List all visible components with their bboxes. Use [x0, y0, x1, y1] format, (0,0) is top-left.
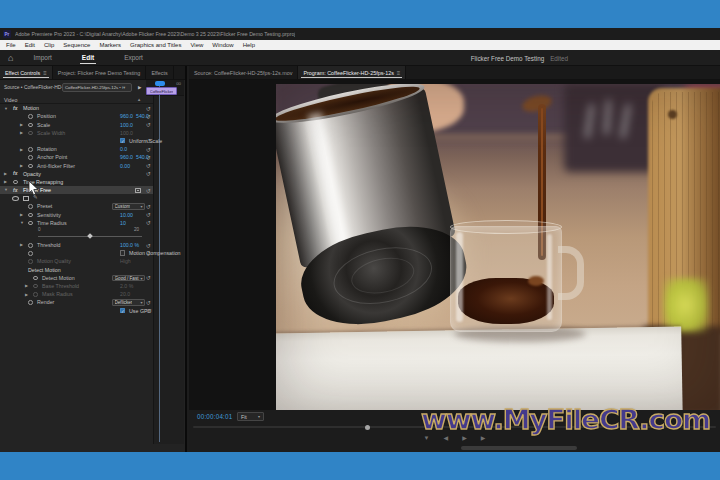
param-value[interactable]: 2.0 %: [120, 283, 133, 289]
workspace-tab-export[interactable]: Export: [122, 50, 145, 65]
param-value[interactable]: 10: [120, 220, 126, 226]
checkbox-use-gpu[interactable]: ✓: [120, 308, 125, 313]
ec-row-anti-flicker-filter[interactable]: ▶Anti-flicker Filter0.00↺: [0, 162, 153, 170]
reset-param-icon[interactable]: ↺: [146, 105, 151, 112]
effect-controls-scrollbar[interactable]: [185, 96, 187, 444]
mask-ellipse-icon[interactable]: [12, 196, 19, 201]
reset-param-icon[interactable]: ↺: [146, 242, 151, 249]
param-value[interactable]: 960.0: [120, 154, 133, 160]
stopwatch-icon[interactable]: [33, 284, 38, 289]
menu-item-window[interactable]: Window: [212, 42, 233, 48]
menu-item-edit[interactable]: Edit: [25, 42, 35, 48]
add-marker-icon[interactable]: ▼: [424, 435, 430, 441]
expander-icon[interactable]: ▼: [4, 187, 8, 192]
menu-item-markers[interactable]: Markers: [99, 42, 121, 48]
reset-param-icon[interactable]: ↺: [146, 121, 151, 128]
scroll-up-icon[interactable]: ▲: [137, 97, 141, 102]
tab-project-flicker-free-demo-testing[interactable]: Project: Flicker Free Demo Testing: [53, 66, 147, 79]
checkbox-uniform-scale[interactable]: ✓: [120, 138, 125, 143]
stopwatch-icon[interactable]: [28, 147, 33, 152]
ec-row-mask-radius[interactable]: ▶Mask Radius20.0: [0, 290, 153, 298]
ec-row-video[interactable]: Video▲: [0, 96, 153, 104]
ec-row-slider[interactable]: 020: [0, 227, 153, 241]
stopwatch-icon[interactable]: [28, 243, 33, 248]
expander-icon[interactable]: ▶: [20, 163, 23, 168]
stopwatch-icon[interactable]: [28, 221, 33, 226]
ec-row-detect-motion[interactable]: Detect Motion: [0, 266, 153, 274]
param-value[interactable]: 100.0: [120, 130, 133, 136]
reset-param-icon[interactable]: ↺: [146, 250, 151, 257]
reset-param-icon[interactable]: ↺: [146, 274, 151, 281]
ec-row-uniform-scale[interactable]: ✓Uniform Scale↺: [0, 137, 153, 145]
ec-row-scale-width[interactable]: ▶Scale Width100.0: [0, 129, 153, 137]
param-value[interactable]: 960.0: [120, 113, 133, 119]
ec-row-scale[interactable]: ▶Scale100.0↺: [0, 121, 153, 129]
checkbox-motion-compensation[interactable]: [120, 250, 125, 255]
zoom-level-dropdown[interactable]: Fit ▾: [237, 412, 264, 421]
stopwatch-icon[interactable]: [28, 213, 33, 218]
tab-effect-controls[interactable]: Effect Controls≡: [0, 66, 53, 79]
reset-param-icon[interactable]: ↺: [146, 146, 151, 153]
expander-icon[interactable]: ▶: [20, 242, 23, 247]
collapse-timeline-icon[interactable]: ▶: [138, 85, 141, 90]
expander-icon[interactable]: ▶: [4, 171, 7, 176]
reset-param-icon[interactable]: ↺: [146, 299, 151, 306]
workspace-tab-import[interactable]: Import: [31, 50, 53, 65]
tab-program-coffeeflicker-hd-25fps-12s[interactable]: Program: CoffeeFlicker-HD-25fps-12s≡: [298, 66, 406, 79]
stopwatch-icon[interactable]: [28, 131, 33, 136]
scrubber-playhead[interactable]: [365, 425, 370, 430]
expander-icon[interactable]: ▼: [4, 106, 8, 111]
stopwatch-icon[interactable]: [13, 180, 18, 185]
stopwatch-icon[interactable]: [28, 259, 33, 264]
expander-icon[interactable]: ▶: [20, 122, 23, 127]
ec-row-opacity[interactable]: ▶fxOpacity↺: [0, 170, 153, 178]
tab-source-coffeeflicker-hd-25fps-12s-mov[interactable]: Source: CoffeeFlicker-HD-25fps-12s.mov: [189, 66, 298, 79]
slider-handle[interactable]: [87, 233, 93, 239]
stopwatch-icon[interactable]: [28, 155, 33, 160]
video-frame[interactable]: [276, 84, 720, 410]
stopwatch-icon[interactable]: [33, 292, 38, 297]
dropdown-detect-motion[interactable]: Good / Fast▾: [112, 275, 145, 282]
current-timecode[interactable]: 00:00:04:01: [197, 413, 232, 420]
reset-param-icon[interactable]: ↺: [146, 137, 151, 144]
ec-row-position[interactable]: Position960.0540.0↺: [0, 112, 153, 120]
dropdown-render[interactable]: Deflicker▾: [112, 299, 145, 306]
reset-param-icon[interactable]: ↺: [146, 307, 151, 314]
expander-icon[interactable]: ▼: [20, 220, 24, 225]
expander-icon[interactable]: ▶: [20, 130, 23, 135]
ec-row-masks[interactable]: ✎: [0, 194, 153, 202]
ec-row-motion-compensation[interactable]: Motion Compensation↺: [0, 249, 153, 257]
reset-param-icon[interactable]: ↺: [146, 162, 151, 169]
ec-row-detect-motion[interactable]: Detect MotionGood / Fast▾↺: [0, 274, 153, 282]
expander-icon[interactable]: ▶: [25, 283, 28, 288]
param-value[interactable]: 0.0: [120, 146, 127, 152]
playhead-marker[interactable]: [155, 81, 165, 86]
expander-icon[interactable]: ▶: [20, 212, 23, 217]
reset-param-icon[interactable]: ↺: [146, 203, 151, 210]
menu-item-file[interactable]: File: [6, 42, 16, 48]
menu-item-help[interactable]: Help: [243, 42, 255, 48]
stopwatch-icon[interactable]: [28, 123, 33, 128]
param-value[interactable]: 100.0 %: [120, 242, 139, 248]
ec-row-threshold[interactable]: ▶Threshold100.0 %↺: [0, 241, 153, 249]
panel-menu-icon[interactable]: ≡: [43, 70, 47, 76]
mini-timeline-lane[interactable]: [153, 96, 184, 444]
stopwatch-icon[interactable]: [28, 251, 33, 256]
ec-row-motion-quality[interactable]: Motion QualityHigh: [0, 257, 153, 265]
program-hscrollbar[interactable]: [189, 446, 720, 450]
ec-row-sensitivity[interactable]: ▶Sensitivity10.00↺: [0, 211, 153, 219]
tab-effects[interactable]: Effects: [146, 66, 173, 79]
panel-menu-icon[interactable]: ≡: [397, 70, 401, 76]
menu-item-graphics-and-titles[interactable]: Graphics and Titles: [130, 42, 181, 48]
ec-row-use-gpu[interactable]: ✓Use GPU↺: [0, 307, 153, 315]
reset-param-icon[interactable]: ↺: [146, 154, 151, 161]
param-value[interactable]: 0.00: [120, 163, 130, 169]
expander-icon[interactable]: ▶: [20, 147, 23, 152]
param-value[interactable]: 100.0: [120, 122, 133, 128]
clip-selector-dropdown[interactable]: CoffeeFlicker-HD-25fps-12s • Co... ▾: [62, 83, 132, 92]
reset-param-icon[interactable]: ↺: [146, 170, 151, 177]
dropdown-preset[interactable]: Custom▾: [112, 203, 145, 210]
ec-row-render[interactable]: RenderDeflicker▾↺: [0, 298, 153, 306]
ec-row-rotation[interactable]: ▶Rotation0.0↺: [0, 145, 153, 153]
param-value[interactable]: 20.0: [120, 291, 130, 297]
